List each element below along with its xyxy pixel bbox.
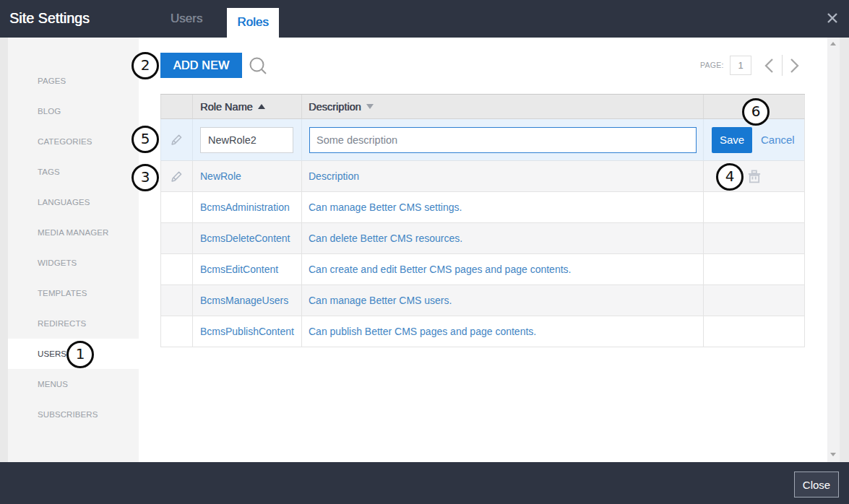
table-row: BcmsAdministration Can manage Better CMS… (160, 192, 805, 223)
edit-row-pencil-cell (160, 119, 192, 161)
page-number-input[interactable] (730, 56, 751, 75)
row-actions-cell (703, 254, 805, 285)
row-pencil-cell[interactable] (160, 161, 192, 192)
callout-4: 4 (716, 163, 744, 191)
role-description-link[interactable]: Can publish Better CMS pages and page co… (302, 326, 536, 337)
sidebar-item-languages[interactable]: LANGUAGES (8, 187, 139, 217)
delete-trash-icon[interactable] (748, 170, 761, 183)
dialog-footer: Close (0, 462, 849, 504)
dialog-titlebar: Site Settings Users Roles (0, 0, 849, 38)
pager-divider (782, 55, 783, 76)
icon-wrapper (161, 170, 192, 183)
row-pencil-cell (160, 223, 192, 254)
role-description-cell: Can manage Better CMS users. (301, 285, 703, 316)
table-row: BcmsEditContent Can create and edit Bett… (160, 254, 805, 285)
callout-3: 3 (132, 164, 159, 191)
save-button[interactable]: Save (712, 127, 752, 153)
role-name-input[interactable] (200, 127, 293, 153)
sidebar: PAGES BLOG CATEGORIES TAGS LANGUAGES MED… (8, 38, 139, 462)
role-description-cell: Can create and edit Better CMS pages and… (301, 254, 703, 285)
callout-2: 2 (132, 52, 159, 79)
edit-pencil-icon (171, 170, 183, 183)
backdrop-right (840, 38, 849, 462)
vertical-scrollbar[interactable] (827, 38, 840, 462)
tab-roles[interactable]: Roles (227, 8, 279, 38)
role-description-link[interactable]: Description (302, 170, 359, 182)
role-description-cell: Can manage Better CMS settings. (301, 192, 703, 223)
search-icon[interactable] (248, 56, 268, 76)
sidebar-item-pages[interactable]: PAGES (8, 66, 139, 96)
page-next-icon[interactable] (788, 57, 801, 74)
sort-asc-icon (258, 104, 265, 109)
table-header-row: Role Name Description (160, 94, 805, 119)
role-name-cell: BcmsDeleteContent (192, 223, 301, 254)
role-name-cell: BcmsEditContent (192, 254, 301, 285)
icon-wrapper (161, 134, 192, 146)
sidebar-item-categories[interactable]: CATEGORIES (8, 126, 139, 157)
role-description-link[interactable]: Can create and edit Better CMS pages and… (302, 264, 571, 275)
row-pencil-cell (160, 316, 192, 347)
role-description-link[interactable]: Can manage Better CMS users. (302, 295, 452, 306)
row-pencil-cell (160, 285, 192, 316)
add-new-button[interactable]: ADD NEW (160, 53, 242, 78)
sidebar-item-redirects[interactable]: REDIRECTS (8, 308, 139, 339)
site-settings-dialog: Site Settings Users Roles PAGES BLOG CAT… (0, 0, 849, 504)
sidebar-item-menus[interactable]: MENUS (8, 369, 139, 399)
scroll-down-icon[interactable] (830, 453, 836, 456)
table-row: BcmsManageUsers Can manage Better CMS us… (160, 285, 805, 316)
close-button[interactable]: Close (794, 472, 839, 498)
header-cell-role-name[interactable]: Role Name (192, 95, 301, 119)
role-description-cell: Description (301, 161, 703, 192)
role-description-link[interactable]: Can delete Better CMS resources. (302, 233, 462, 244)
row-actions-cell (703, 285, 805, 316)
header-cell-description[interactable]: Description (301, 95, 703, 119)
cancel-link[interactable]: Cancel (761, 134, 795, 146)
page-prev-icon[interactable] (762, 57, 775, 74)
role-name-link[interactable]: BcmsPublishContent (193, 326, 294, 337)
callout-6: 6 (742, 98, 770, 126)
role-name-cell: NewRole (192, 161, 301, 192)
role-description-cell: Can publish Better CMS pages and page co… (301, 316, 703, 347)
sidebar-item-tags[interactable]: TAGS (8, 157, 139, 187)
row-actions-cell (703, 192, 805, 223)
role-name-link[interactable]: BcmsDeleteContent (193, 233, 290, 244)
role-name-cell: BcmsAdministration (192, 192, 301, 223)
header-cell-actions-left (160, 95, 192, 119)
table-row: BcmsDeleteContent Can delete Better CMS … (160, 223, 805, 254)
role-name-header-label: Role Name (193, 101, 253, 113)
callout-1: 1 (66, 341, 94, 368)
close-icon[interactable] (827, 12, 838, 24)
table-row: BcmsPublishContent Can publish Better CM… (160, 316, 805, 347)
role-description-input[interactable] (309, 127, 697, 153)
role-name-link[interactable]: BcmsEditContent (193, 264, 278, 275)
sidebar-item-subscribers[interactable]: SUBSCRIBERS (8, 399, 139, 430)
role-name-link[interactable]: NewRole (193, 170, 241, 182)
sidebar-item-widgets[interactable]: WIDGETS (8, 248, 139, 278)
role-description-link[interactable]: Can manage Better CMS settings. (302, 201, 462, 213)
edit-row: Save Cancel (160, 119, 805, 161)
row-actions-cell (703, 316, 805, 347)
roles-table: Role Name Description (160, 94, 805, 347)
row-actions-cell (703, 223, 805, 254)
role-name-link[interactable]: BcmsManageUsers (193, 295, 288, 306)
page-label: PAGE: (700, 61, 724, 69)
edit-row-name-cell (192, 119, 301, 161)
table-row: NewRole Description (160, 161, 805, 192)
role-name-cell: BcmsPublishContent (192, 316, 301, 347)
edit-pencil-icon (171, 134, 183, 146)
role-name-cell: BcmsManageUsers (192, 285, 301, 316)
row-pencil-cell (160, 192, 192, 223)
sidebar-item-templates[interactable]: TEMPLATES (8, 278, 139, 308)
sidebar-item-media-manager[interactable]: MEDIA MANAGER (8, 217, 139, 248)
edit-row-description-cell (301, 119, 703, 161)
sort-desc-icon (366, 104, 374, 109)
backdrop-left (0, 38, 8, 462)
sidebar-item-blog[interactable]: BLOG (8, 96, 139, 126)
description-header-label: Description (302, 101, 361, 113)
callout-5: 5 (132, 126, 159, 153)
role-name-link[interactable]: BcmsAdministration (193, 201, 290, 213)
scroll-up-icon[interactable] (830, 42, 836, 45)
dialog-title: Site Settings (9, 0, 90, 38)
tab-users[interactable]: Users (160, 0, 212, 38)
role-description-cell: Can delete Better CMS resources. (301, 223, 703, 254)
